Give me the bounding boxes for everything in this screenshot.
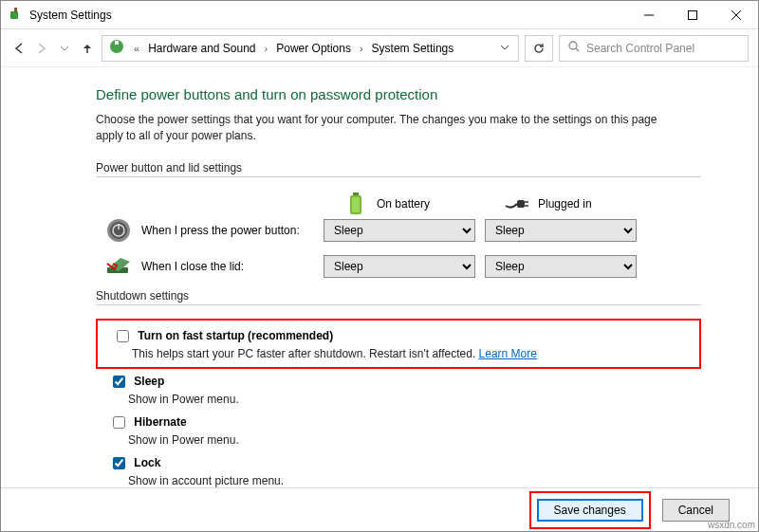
lock-checkbox[interactable]	[113, 457, 125, 469]
save-changes-button[interactable]: Save changes	[537, 499, 643, 522]
navbar: « Hardware and Sound › Power Options › S…	[1, 29, 758, 67]
window-title: System Settings	[24, 9, 627, 22]
svg-rect-3	[689, 10, 697, 19]
on-battery-label: On battery	[377, 197, 430, 211]
search-input[interactable]: Search Control Panel	[559, 35, 749, 62]
press-button-plugged-select[interactable]: Sleep	[485, 219, 637, 242]
search-icon	[567, 40, 581, 56]
section-shutdown: Shutdown settings	[96, 289, 701, 303]
minimize-button[interactable]	[627, 1, 671, 29]
sleep-label: Sleep	[134, 374, 164, 387]
breadcrumb-hardware[interactable]: Hardware and Sound	[148, 42, 255, 55]
svg-rect-8	[115, 41, 119, 45]
svg-rect-0	[10, 11, 18, 19]
press-button-battery-select[interactable]: Sleep	[324, 219, 475, 242]
refresh-button[interactable]	[525, 35, 553, 62]
svg-point-9	[569, 42, 577, 49]
history-dropdown[interactable]	[56, 40, 73, 57]
learn-more-link[interactable]: Learn More	[479, 347, 537, 360]
breadcrumb-power-options[interactable]: Power Options	[276, 42, 351, 55]
hibernate-label: Hibernate	[134, 414, 186, 428]
app-icon	[9, 6, 24, 24]
lock-label: Lock	[134, 455, 160, 468]
section-power-button: Power button and lid settings	[96, 161, 701, 174]
fast-startup-checkbox[interactable]	[117, 330, 129, 342]
sleep-sub: Show in Power menu.	[109, 393, 701, 406]
plugged-in-label: Plugged in	[538, 197, 592, 211]
power-button-icon	[105, 217, 132, 244]
forward-button[interactable]	[33, 40, 50, 57]
close-lid-label: When I close the lid:	[141, 260, 244, 273]
hibernate-sub: Show in Power menu.	[109, 433, 701, 447]
close-lid-battery-select[interactable]: Sleep	[324, 255, 475, 278]
page-description: Choose the power settings that you want …	[96, 112, 684, 144]
battery-icon	[342, 191, 369, 217]
plug-icon	[504, 191, 530, 217]
page-heading: Define power buttons and turn on passwor…	[96, 86, 701, 102]
svg-rect-11	[353, 193, 359, 195]
chevron-left-icon: «	[134, 43, 139, 54]
lock-sub: Show in account picture menu.	[109, 474, 701, 487]
control-panel-icon	[108, 38, 125, 58]
divider	[96, 304, 701, 305]
search-placeholder: Search Control Panel	[586, 42, 694, 55]
lid-icon	[105, 253, 132, 280]
up-button[interactable]	[79, 40, 96, 57]
maximize-button[interactable]	[671, 1, 714, 29]
titlebar: System Settings	[1, 1, 758, 29]
fast-startup-sub: This helps start your PC faster after sh…	[132, 347, 475, 360]
svg-rect-13	[352, 197, 360, 212]
close-lid-plugged-select[interactable]: Sleep	[485, 255, 637, 278]
close-button[interactable]	[714, 1, 758, 29]
breadcrumb-system-settings[interactable]: System Settings	[372, 42, 454, 55]
svg-rect-1	[14, 8, 17, 12]
chevron-right-icon: ›	[265, 43, 268, 54]
address-bar[interactable]: « Hardware and Sound › Power Options › S…	[102, 35, 519, 62]
sleep-checkbox[interactable]	[113, 376, 125, 388]
press-button-label: When I press the power button:	[141, 224, 300, 237]
footer: Save changes Cancel	[1, 487, 758, 531]
content: Define power buttons and turn on passwor…	[1, 67, 758, 487]
address-dropdown[interactable]	[497, 42, 512, 55]
chevron-right-icon: ›	[360, 43, 363, 54]
svg-rect-14	[517, 200, 525, 208]
back-button[interactable]	[10, 40, 28, 57]
hibernate-checkbox[interactable]	[113, 416, 125, 429]
watermark: wsxdn.com	[708, 520, 755, 530]
divider	[96, 176, 701, 177]
fast-startup-label: Turn on fast startup (recommended)	[138, 328, 333, 341]
cancel-button[interactable]: Cancel	[662, 499, 730, 522]
svg-line-10	[576, 48, 579, 51]
save-highlight: Save changes	[529, 491, 651, 529]
